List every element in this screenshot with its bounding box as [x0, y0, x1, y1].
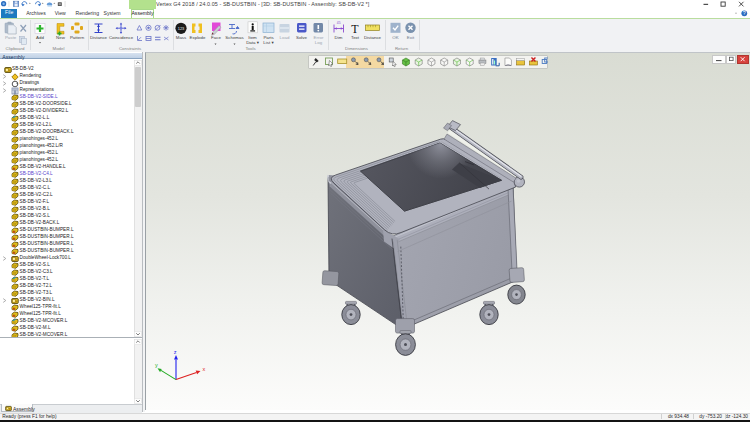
svg-text:z: z — [174, 349, 177, 355]
svg-text:y: y — [155, 362, 158, 368]
svg-text:?: ? — [743, 10, 746, 16]
svg-text:x: x — [203, 366, 206, 372]
svg-text:123: 123 — [178, 26, 185, 31]
svg-text:T: T — [351, 22, 359, 36]
svg-text:45: 45 — [337, 20, 341, 24]
